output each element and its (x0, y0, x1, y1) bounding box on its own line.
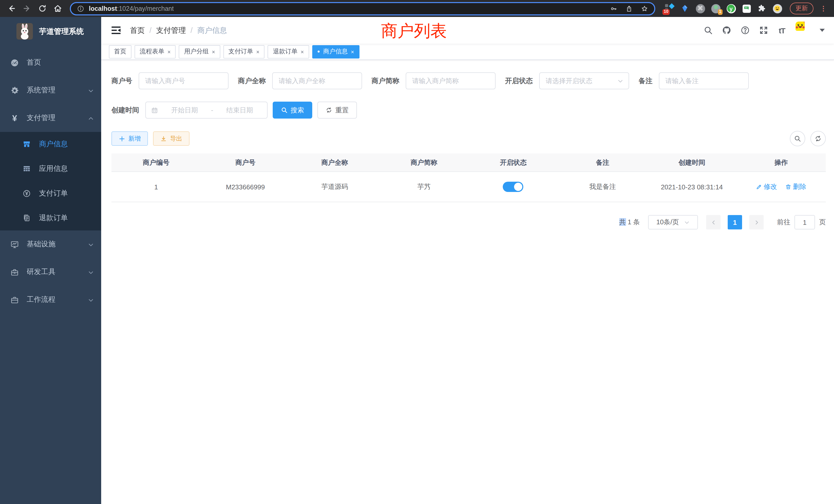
merchant-no-input[interactable] (138, 72, 228, 89)
search-button-label: 搜索 (291, 106, 304, 115)
extension-chat-icon[interactable] (742, 4, 751, 13)
yen-icon: ¥ (10, 114, 19, 122)
browser-home-icon[interactable] (52, 3, 63, 14)
calendar-icon (151, 107, 158, 114)
sidebar-item-app-info[interactable]: 应用信息 (0, 157, 101, 181)
sidebar-item-pay[interactable]: ¥ 支付管理 (0, 104, 101, 132)
tab-process-form[interactable]: 流程表单 × (135, 45, 176, 58)
sidebar-item-label: 首页 (27, 58, 94, 67)
sidebar-item-refund-order[interactable]: 退款订单 (0, 206, 101, 230)
breadcrumb: 首页 / 支付管理 / 商户信息 (130, 25, 227, 35)
browser-forward-icon[interactable] (22, 3, 32, 14)
tab-merchant-info[interactable]: ● 商户信息 × (312, 45, 359, 58)
extensions-area: 10 ⌘ 1 y 更新 ⋮ (660, 3, 828, 14)
refresh-icon (326, 107, 332, 113)
extension-command-icon[interactable]: ⌘ (695, 4, 705, 13)
create-time-range-picker[interactable]: 开始日期 - 结束日期 (145, 101, 267, 118)
search-button[interactable]: 搜索 (273, 101, 312, 118)
delete-link[interactable]: 删除 (785, 182, 806, 191)
tab-label: 流程表单 (140, 47, 164, 56)
browser-back-icon[interactable] (6, 3, 17, 14)
monitor-chart-icon (10, 240, 19, 249)
status-toggle[interactable] (503, 182, 524, 192)
font-size-icon[interactable]: tT (777, 25, 787, 35)
pagination-total-count: 1 (628, 218, 631, 226)
add-button[interactable]: 新增 (111, 131, 148, 146)
short-name-input[interactable] (405, 72, 495, 89)
browser-menu-icon[interactable]: ⋮ (819, 5, 828, 12)
show-search-button[interactable] (790, 131, 805, 146)
tab-refund-order[interactable]: 退款订单 × (268, 45, 309, 58)
reset-button[interactable]: 重置 (317, 101, 357, 118)
table-toolbar: 新增 导出 (111, 131, 826, 146)
avatar-caret-icon[interactable] (820, 29, 825, 32)
browser-update-button[interactable]: 更新 (790, 3, 813, 14)
extension-yuque-icon[interactable]: y (726, 4, 736, 13)
goto-page-input[interactable] (794, 215, 815, 229)
sidebar-item-system[interactable]: 系统管理 (0, 76, 101, 104)
breadcrumb-home[interactable]: 首页 (130, 25, 145, 35)
refresh-table-button[interactable] (810, 131, 826, 146)
sidebar-item-infra[interactable]: 基础设施 (0, 230, 101, 258)
remark-input[interactable] (659, 72, 748, 89)
tab-user-group[interactable]: 用户分组 × (179, 45, 220, 58)
screen: localhost:1024/pay/merchant 10 ⌘ 1 (0, 0, 834, 504)
extension-gem-icon[interactable] (680, 4, 690, 13)
sidebar-item-merchant-info[interactable]: 商户信息 (0, 132, 101, 157)
toolbox-icon (10, 268, 19, 276)
edit-link[interactable]: 修改 (756, 182, 777, 191)
next-page-button[interactable] (749, 215, 764, 229)
avatar[interactable] (795, 21, 813, 39)
extension-recorder-icon[interactable]: 1 (711, 4, 721, 13)
extension-grid-icon[interactable]: 10 (664, 4, 674, 13)
sidebar-item-label: 系统管理 (27, 86, 88, 95)
app-logo-row[interactable]: 芋道管理系统 (0, 17, 101, 46)
prev-page-button[interactable] (706, 215, 721, 229)
extension-emoji-icon[interactable] (772, 4, 782, 13)
sidebar-item-dev-tools[interactable]: 研发工具 (0, 258, 101, 286)
date-end-placeholder: 结束日期 (217, 106, 262, 115)
tab-pay-order[interactable]: 支付订单 × (223, 45, 265, 58)
url-text: localhost:1024/pay/merchant (89, 5, 174, 12)
bookmark-star-icon[interactable] (641, 5, 648, 12)
site-info-icon[interactable] (77, 5, 84, 12)
extensions-puzzle-icon[interactable] (757, 4, 767, 13)
page-number-1[interactable]: 1 (728, 215, 742, 229)
sidebar-collapse-icon[interactable] (110, 25, 122, 36)
full-name-input[interactable] (272, 72, 362, 89)
search-icon[interactable] (703, 25, 713, 35)
github-icon[interactable] (722, 25, 731, 35)
sidebar-item-workflow[interactable]: 工作流程 (0, 286, 101, 314)
documents-icon (23, 214, 31, 222)
shop-icon (23, 140, 31, 148)
close-icon[interactable]: × (351, 48, 354, 55)
browser-reload-icon[interactable] (37, 3, 47, 14)
yen-circle-icon (23, 189, 31, 198)
pagination-total: 共 1 条 (619, 217, 640, 227)
share-icon[interactable] (626, 5, 633, 12)
breadcrumb-separator: / (191, 26, 193, 35)
tab-home[interactable]: 首页 (109, 45, 131, 58)
breadcrumb-current: 商户信息 (197, 25, 227, 35)
fullscreen-icon[interactable] (759, 25, 768, 35)
close-icon[interactable]: × (301, 48, 304, 55)
tab-label: 商户信息 (323, 47, 348, 56)
sidebar-item-home[interactable]: 首页 (0, 49, 101, 76)
active-dot-icon: ● (317, 49, 320, 54)
sidebar-item-pay-order[interactable]: 支付订单 (0, 181, 101, 206)
close-icon[interactable]: × (256, 48, 260, 55)
close-icon[interactable]: × (168, 48, 171, 55)
export-button[interactable]: 导出 (153, 131, 190, 146)
help-icon[interactable] (740, 25, 750, 35)
goto-label: 前往 (777, 217, 790, 227)
page-size-select[interactable]: 10条/页 (648, 215, 698, 229)
sidebar-item-label: 应用信息 (39, 164, 68, 174)
password-key-icon[interactable] (610, 5, 617, 12)
sidebar-item-label: 支付订单 (39, 189, 68, 198)
date-start-placeholder: 开始日期 (162, 106, 207, 115)
close-icon[interactable]: × (212, 48, 215, 55)
breadcrumb-pay[interactable]: 支付管理 (156, 25, 186, 35)
status-select[interactable]: 请选择开启状态 (539, 72, 629, 89)
address-bar[interactable]: localhost:1024/pay/merchant (70, 2, 655, 15)
page-suffix-label: 页 (819, 217, 826, 227)
